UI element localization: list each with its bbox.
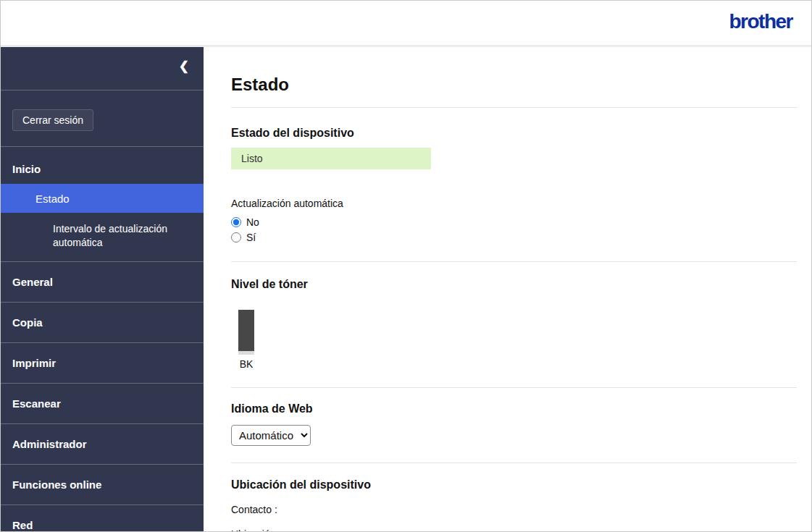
web-language-heading: Idioma de Web: [231, 402, 797, 415]
sidebar-item-administrador[interactable]: Administrador: [1, 424, 204, 465]
sidebar-item-red[interactable]: Red: [1, 505, 204, 531]
device-status-heading: Estado del dispositivo: [231, 127, 797, 140]
sidebar-item-inicio[interactable]: Inicio: [1, 147, 204, 184]
auto-refresh-option-si[interactable]: Sí: [231, 229, 797, 245]
auto-refresh-radio[interactable]: [231, 217, 241, 227]
auto-refresh-option-label: No: [246, 216, 259, 228]
brother-logo: brother: [729, 12, 793, 35]
toner-heading: Nivel de tóner: [231, 278, 797, 291]
sidebar-top: ❮: [1, 47, 204, 90]
logout-button[interactable]: Cerrar sesión: [12, 109, 93, 131]
top-header: brother: [1, 1, 811, 47]
sidebar-item-funciones-online[interactable]: Funciones online: [1, 465, 204, 505]
auto-refresh-radio[interactable]: [231, 232, 241, 242]
toner-gauge: [238, 310, 254, 355]
sidebar-collapse-icon[interactable]: ❮: [179, 60, 189, 72]
auto-refresh-label: Actualización automática: [231, 198, 797, 209]
auto-refresh-option-label: Sí: [246, 232, 256, 243]
sidebar-item-intervalo-actualizacion[interactable]: Intervalo de actualización automática: [1, 213, 204, 253]
page: brother ❮ Cerrar sesión Inicio Estado In…: [0, 0, 812, 532]
auto-refresh-option-no[interactable]: No: [231, 214, 797, 229]
divider: [231, 387, 797, 388]
main-content: Estado Estado del dispositivo Listo Actu…: [204, 47, 811, 531]
sidebar-item-estado[interactable]: Estado: [1, 184, 204, 213]
sidebar-item-imprimir[interactable]: Imprimir: [1, 343, 204, 384]
sidebar-item-general[interactable]: General: [1, 262, 204, 303]
location-label: Ubicación :: [231, 528, 797, 531]
web-language-select[interactable]: Automático: [231, 425, 311, 446]
device-location-heading: Ubicación del dispositivo: [231, 478, 797, 491]
toner-label: BK: [238, 358, 254, 370]
page-title: Estado: [231, 75, 797, 95]
toner-cartridge-bk: BK: [238, 310, 254, 370]
sidebar-group-inicio: Inicio Estado Intervalo de actualización…: [1, 147, 204, 262]
toner-fill: [238, 310, 254, 351]
divider: [231, 107, 797, 108]
logout-row: Cerrar sesión: [1, 90, 204, 147]
divider: [231, 463, 797, 463]
auto-refresh-group: No Sí: [231, 214, 797, 245]
contact-label: Contacto :: [231, 504, 797, 515]
device-status-value: Listo: [231, 148, 431, 169]
sidebar: ❮ Cerrar sesión Inicio Estado Intervalo …: [1, 47, 204, 531]
divider: [231, 261, 797, 262]
sidebar-item-escanear[interactable]: Escanear: [1, 384, 204, 424]
sidebar-item-copia[interactable]: Copia: [1, 303, 204, 343]
